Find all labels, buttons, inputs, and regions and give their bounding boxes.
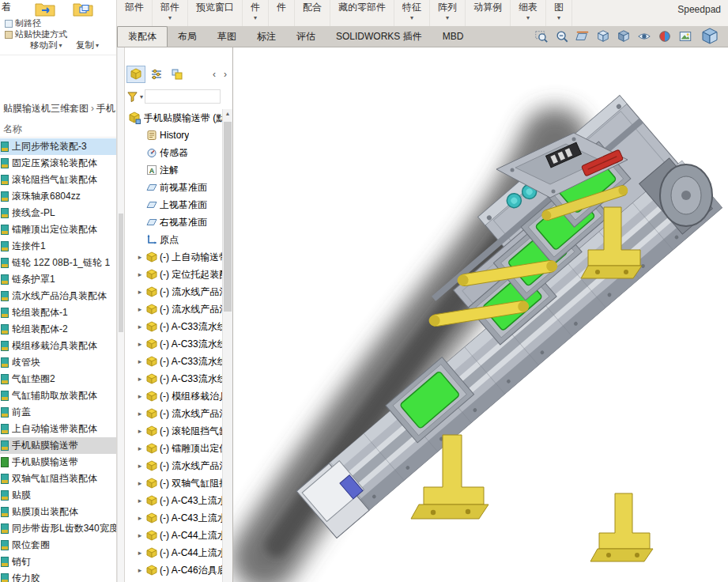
file-list-item[interactable]: 传力胶 [0,570,117,582]
file-list-item[interactable]: 镭雕顶出定位装配体 [0,221,117,238]
feature-tree-item[interactable]: ▸(-) A-C46治具底 [125,579,222,582]
file-list-item[interactable]: 气缸垫圈2 [0,371,117,387]
file-list-item[interactable]: 气缸辅助取放装配体 [0,387,117,404]
feature-tree-item[interactable]: ▸(-) 滚轮阻挡气缸 [125,422,222,440]
feature-tree-item[interactable]: A注解 [125,161,222,179]
view-orientation-icon[interactable] [594,28,613,45]
file-list-item[interactable]: 贴膜 [0,487,117,504]
ribbon-tab-1[interactable]: 装配体 [117,26,168,47]
expand-arrow-icon[interactable]: ▸ [136,253,144,261]
view-cube-icon[interactable] [698,26,722,47]
expand-arrow-icon[interactable]: ▸ [136,514,144,522]
file-list-item[interactable]: 限位套圈 [0,537,117,554]
feature-tree-item[interactable]: History [125,127,222,144]
file-list-item[interactable]: 上自动输送带装配体 [0,421,117,437]
display-style-icon[interactable] [614,28,633,45]
ribbon-button[interactable]: 配合 [295,0,330,26]
feature-tree-item[interactable]: ▸(-) 双轴气缸阻挡 [125,474,222,492]
feature-tree-item[interactable]: ▸(-) A-C33流水线 [125,335,222,353]
expand-arrow-icon[interactable]: ▸ [136,270,144,278]
file-list-item[interactable]: 滚轮阻挡气缸装配体 [0,172,117,188]
expand-arrow-icon[interactable]: ▸ [136,288,144,296]
edit-appearance-icon[interactable] [655,28,674,45]
tab-scroll-left-icon[interactable]: ‹ [209,66,219,82]
file-list-item[interactable]: 手机贴膜输送带 [0,454,117,471]
featuremanager-tab[interactable] [126,66,145,83]
copy-to-button[interactable]: 复制▾ [76,40,99,51]
ribbon-tab-7[interactable]: MBD [432,26,474,47]
file-list-item[interactable]: 固定压紧滚轮装配体 [0,155,117,172]
file-list-item[interactable]: 轮组装配体-1 [0,304,117,321]
feature-tree-item[interactable]: ▸(-) A-C33流水线 [125,353,222,370]
file-list-item[interactable]: 销钉 [0,554,117,570]
expand-arrow-icon[interactable]: ▸ [136,410,144,418]
propertymanager-tab[interactable] [147,66,166,83]
feature-tree-item[interactable]: 上视基准面 [125,196,222,214]
feature-tree-item[interactable]: ▸(-) 流水线产品治 [125,405,222,422]
ribbon-button[interactable]: 阵列▾ [430,0,466,26]
expand-arrow-icon[interactable]: ▸ [136,357,144,365]
ribbon-tab-2[interactable]: 布局 [168,26,207,47]
ribbon-button[interactable]: 动算例 [466,0,511,26]
feature-tree-item[interactable]: ▸(-) A-C33流水线 [125,370,222,387]
speedpad-label[interactable]: Speedpad [675,4,723,15]
expand-arrow-icon[interactable]: ▸ [136,549,144,557]
file-list-item[interactable]: 流水线产品治具装配体 [0,288,117,304]
feature-tree-item[interactable]: ▸(-) 流水线产品治 [125,283,222,300]
file-list-item[interactable]: 链轮 12Z 08B-1_链轮 1 [0,255,117,271]
zoom-fit-icon[interactable] [532,28,551,45]
ribbon-tab-5[interactable]: 评估 [286,26,326,47]
feature-tree-item[interactable]: 前视基准面 [125,179,222,196]
expand-arrow-icon[interactable]: ▸ [136,444,144,452]
feature-tree-item[interactable]: ▸(-) 定位托起装配 [125,266,222,283]
expand-arrow-icon[interactable]: ▸ [136,323,144,331]
expand-arrow-icon[interactable]: ▸ [136,392,144,400]
explorer-view-tab[interactable]: 着 [2,1,11,14]
file-list-item[interactable]: 手机贴膜输送带 [0,437,117,454]
ribbon-button[interactable]: 藏的零部件 [330,0,394,26]
expand-arrow-icon[interactable]: ▸ [136,531,144,539]
model-canvas[interactable] [233,47,728,582]
apply-scene-icon[interactable] [676,28,695,45]
paste-shortcut-button[interactable]: 站贴快捷方式 [5,28,67,40]
file-list-item[interactable]: 接线盒-PL [0,205,117,221]
feature-tree-item[interactable]: ▸(-) A-C43上流水 [125,492,222,509]
ribbon-tab-4[interactable]: 标注 [247,26,286,47]
expand-arrow-icon[interactable]: ▸ [136,340,144,348]
ribbon-button[interactable]: 部件▾ [153,0,188,26]
file-list-item[interactable]: 滚珠轴承6804zz [0,188,117,205]
ribbon-button[interactable]: 图▾ [546,0,572,26]
file-list-item[interactable]: 歧管块 [0,354,117,371]
file-list-item[interactable]: 轮组装配体-2 [0,321,117,338]
feature-tree-item[interactable]: ▸(-) 流水线产品治 [125,457,222,474]
copy-path-button[interactable]: 制路径 [5,17,41,29]
file-list-item[interactable]: 连接件1 [0,238,117,255]
ribbon-button[interactable]: 预览窗口 [188,0,243,26]
explorer-scrollbar[interactable] [117,47,125,582]
ribbon-button[interactable]: 件 [269,0,295,26]
viewport-3d[interactable] [233,47,728,582]
feature-tree-item[interactable]: 原点 [125,231,222,248]
file-list-item[interactable]: 双轴气缸阻挡装配体 [0,471,117,487]
feature-tree-item[interactable]: ▸(-) A-C44上流水 [125,527,222,544]
feature-tree-item[interactable]: ▸(-) 模组移栽治具 [125,387,222,405]
support-foot-3[interactable] [590,493,653,561]
feature-tree-item[interactable]: ▸(-) A-C43上流水 [125,509,222,527]
expand-arrow-icon[interactable]: ▸ [136,497,144,505]
section-view-icon[interactable] [573,28,592,45]
scrollbar-thumb[interactable] [119,214,123,332]
feature-tree-item[interactable]: 右视基准面 [125,214,222,231]
configurationmanager-tab[interactable] [168,66,187,83]
expand-arrow-icon[interactable]: ▸ [136,427,144,435]
zoom-area-icon[interactable] [553,28,571,45]
file-list-item[interactable]: 上同步带轮装配-3 [0,138,117,155]
feature-tree-root[interactable]: 手机贴膜输送带 (默 [125,109,222,127]
feature-tree-item[interactable]: ▸(-) 流水线产品治 [125,300,222,318]
expand-arrow-icon[interactable]: ▸ [136,566,144,574]
file-list-item[interactable]: 前盖 [0,404,117,421]
file-list-item[interactable]: 模组移栽治具装配体 [0,338,117,354]
feature-tree-item[interactable]: ▸(-) A-C46治具底 [125,561,222,579]
tab-scroll-right-icon[interactable]: › [221,66,230,82]
file-list-item[interactable]: 同步带齿形L齿数340宽度 [0,520,117,537]
expand-arrow-icon[interactable]: ▸ [136,375,144,383]
